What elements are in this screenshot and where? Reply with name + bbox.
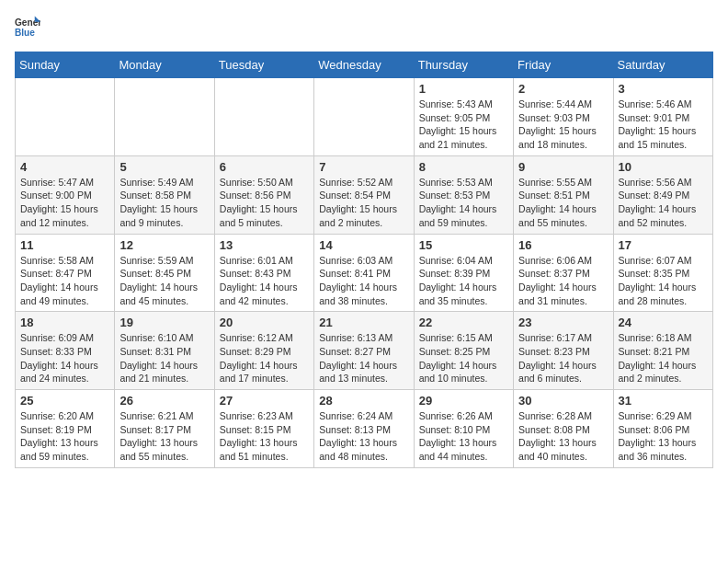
day-number: 29 xyxy=(419,394,508,408)
calendar-header-sunday: Sunday xyxy=(16,52,115,78)
calendar-cell: 24Sunrise: 6:18 AMSunset: 8:21 PMDayligh… xyxy=(613,312,712,390)
day-info: Daylight: 14 hours and 52 minutes. xyxy=(619,202,708,229)
day-number: 19 xyxy=(119,316,209,329)
logo: General Blue xyxy=(15,15,40,40)
calendar-week-3: 11Sunrise: 5:58 AMSunset: 8:47 PMDayligh… xyxy=(16,234,713,312)
day-info: Sunrise: 6:03 AM xyxy=(319,254,408,268)
day-info: Daylight: 14 hours and 59 minutes. xyxy=(419,202,508,229)
day-number: 14 xyxy=(319,238,408,252)
day-info: Sunrise: 5:58 AM xyxy=(20,254,109,268)
calendar-cell: 16Sunrise: 6:06 AMSunset: 8:37 PMDayligh… xyxy=(514,234,613,312)
calendar-cell: 6Sunrise: 5:50 AMSunset: 8:56 PMDaylight… xyxy=(214,155,313,234)
day-number: 22 xyxy=(419,316,508,329)
day-number: 4 xyxy=(20,160,109,174)
day-info: Sunset: 8:54 PM xyxy=(319,189,408,202)
day-info: Sunset: 8:23 PM xyxy=(518,345,608,359)
day-info: Sunset: 8:49 PM xyxy=(619,189,708,202)
calendar-week-1: 1Sunrise: 5:43 AMSunset: 9:05 PMDaylight… xyxy=(16,78,713,156)
day-info: Sunset: 9:01 PM xyxy=(619,111,708,125)
day-info: Daylight: 14 hours and 55 minutes. xyxy=(518,202,608,229)
calendar-header-row: SundayMondayTuesdayWednesdayThursdayFrid… xyxy=(16,52,713,78)
calendar-cell: 12Sunrise: 5:59 AMSunset: 8:45 PMDayligh… xyxy=(115,234,214,312)
calendar-cell: 2Sunrise: 5:44 AMSunset: 9:03 PMDaylight… xyxy=(514,78,613,156)
day-number: 9 xyxy=(518,160,608,174)
day-info: Sunrise: 6:20 AM xyxy=(20,409,109,423)
day-info: Sunrise: 5:52 AM xyxy=(319,176,408,190)
day-info: Sunset: 8:47 PM xyxy=(20,267,109,281)
calendar-cell: 4Sunrise: 5:47 AMSunset: 9:00 PMDaylight… xyxy=(16,155,115,234)
day-info: Sunrise: 5:44 AM xyxy=(518,98,608,111)
calendar-cell: 3Sunrise: 5:46 AMSunset: 9:01 PMDaylight… xyxy=(613,78,712,156)
day-info: Daylight: 14 hours and 31 minutes. xyxy=(518,281,608,307)
calendar-cell: 10Sunrise: 5:56 AMSunset: 8:49 PMDayligh… xyxy=(613,155,712,234)
day-number: 30 xyxy=(518,394,608,408)
day-info: Sunset: 8:33 PM xyxy=(20,345,109,359)
day-info: Sunset: 8:35 PM xyxy=(619,267,708,281)
day-info: Sunset: 8:51 PM xyxy=(518,189,608,202)
day-info: Daylight: 13 hours and 59 minutes. xyxy=(20,436,109,463)
calendar-cell: 30Sunrise: 6:28 AMSunset: 8:08 PMDayligh… xyxy=(514,390,613,468)
calendar-cell: 23Sunrise: 6:17 AMSunset: 8:23 PMDayligh… xyxy=(514,312,613,390)
day-number: 23 xyxy=(518,316,608,329)
calendar-cell: 11Sunrise: 5:58 AMSunset: 8:47 PMDayligh… xyxy=(16,234,115,312)
day-info: Daylight: 14 hours and 45 minutes. xyxy=(119,281,209,307)
day-info: Sunrise: 6:29 AM xyxy=(619,409,708,423)
calendar-cell: 19Sunrise: 6:10 AMSunset: 8:31 PMDayligh… xyxy=(115,312,214,390)
day-info: Sunrise: 5:59 AM xyxy=(119,254,209,268)
day-info: Sunset: 8:15 PM xyxy=(220,423,309,437)
day-info: Sunrise: 6:26 AM xyxy=(419,409,508,423)
day-info: Sunset: 8:19 PM xyxy=(20,423,109,437)
day-info: Sunset: 8:41 PM xyxy=(319,267,408,281)
day-info: Sunrise: 6:17 AM xyxy=(518,331,608,345)
day-info: Daylight: 14 hours and 28 minutes. xyxy=(619,281,708,307)
day-number: 2 xyxy=(518,82,608,96)
day-info: Daylight: 14 hours and 21 minutes. xyxy=(119,359,209,385)
svg-text:Blue: Blue xyxy=(15,28,35,38)
calendar-cell: 25Sunrise: 6:20 AMSunset: 8:19 PMDayligh… xyxy=(16,390,115,468)
calendar-cell: 20Sunrise: 6:12 AMSunset: 8:29 PMDayligh… xyxy=(214,312,313,390)
day-info: Sunset: 8:25 PM xyxy=(419,345,508,359)
day-info: Sunrise: 6:13 AM xyxy=(319,331,408,345)
day-info: Sunset: 9:03 PM xyxy=(518,111,608,125)
day-info: Daylight: 14 hours and 42 minutes. xyxy=(220,281,309,307)
day-info: Sunset: 9:00 PM xyxy=(20,189,109,202)
calendar-cell xyxy=(115,78,214,156)
day-info: Sunrise: 6:24 AM xyxy=(319,409,408,423)
day-info: Sunrise: 6:09 AM xyxy=(20,331,109,345)
day-info: Sunset: 8:58 PM xyxy=(119,189,209,202)
day-info: Daylight: 13 hours and 48 minutes. xyxy=(319,436,408,463)
day-number: 5 xyxy=(119,160,209,174)
day-number: 1 xyxy=(419,82,508,96)
day-number: 6 xyxy=(220,160,309,174)
day-number: 8 xyxy=(419,160,508,174)
calendar-cell: 5Sunrise: 5:49 AMSunset: 8:58 PMDaylight… xyxy=(115,155,214,234)
day-info: Daylight: 14 hours and 2 minutes. xyxy=(619,359,708,385)
day-info: Sunset: 8:39 PM xyxy=(419,267,508,281)
day-info: Daylight: 14 hours and 10 minutes. xyxy=(419,359,508,385)
day-number: 21 xyxy=(319,316,408,329)
day-number: 16 xyxy=(518,238,608,252)
calendar-cell: 26Sunrise: 6:21 AMSunset: 8:17 PMDayligh… xyxy=(115,390,214,468)
calendar-cell: 8Sunrise: 5:53 AMSunset: 8:53 PMDaylight… xyxy=(414,155,513,234)
day-info: Sunset: 8:08 PM xyxy=(518,423,608,437)
day-info: Sunrise: 6:12 AM xyxy=(220,331,309,345)
day-info: Sunrise: 5:53 AM xyxy=(419,176,508,190)
day-info: Daylight: 15 hours and 18 minutes. xyxy=(518,124,608,151)
day-info: Daylight: 13 hours and 55 minutes. xyxy=(119,436,209,463)
day-info: Sunrise: 6:06 AM xyxy=(518,254,608,268)
day-number: 7 xyxy=(319,160,408,174)
page-header: General Blue xyxy=(15,15,713,40)
day-info: Daylight: 15 hours and 21 minutes. xyxy=(419,124,508,151)
day-info: Sunrise: 6:23 AM xyxy=(220,409,309,423)
calendar-cell: 1Sunrise: 5:43 AMSunset: 9:05 PMDaylight… xyxy=(414,78,513,156)
day-info: Sunrise: 6:15 AM xyxy=(419,331,508,345)
day-number: 24 xyxy=(619,316,708,329)
day-info: Daylight: 15 hours and 12 minutes. xyxy=(20,202,109,229)
day-number: 25 xyxy=(20,394,109,408)
day-info: Daylight: 14 hours and 6 minutes. xyxy=(518,359,608,385)
day-info: Sunset: 8:17 PM xyxy=(119,423,209,437)
calendar-week-2: 4Sunrise: 5:47 AMSunset: 9:00 PMDaylight… xyxy=(16,155,713,234)
calendar-week-4: 18Sunrise: 6:09 AMSunset: 8:33 PMDayligh… xyxy=(16,312,713,390)
calendar-cell: 21Sunrise: 6:13 AMSunset: 8:27 PMDayligh… xyxy=(314,312,414,390)
day-info: Sunset: 8:27 PM xyxy=(319,345,408,359)
